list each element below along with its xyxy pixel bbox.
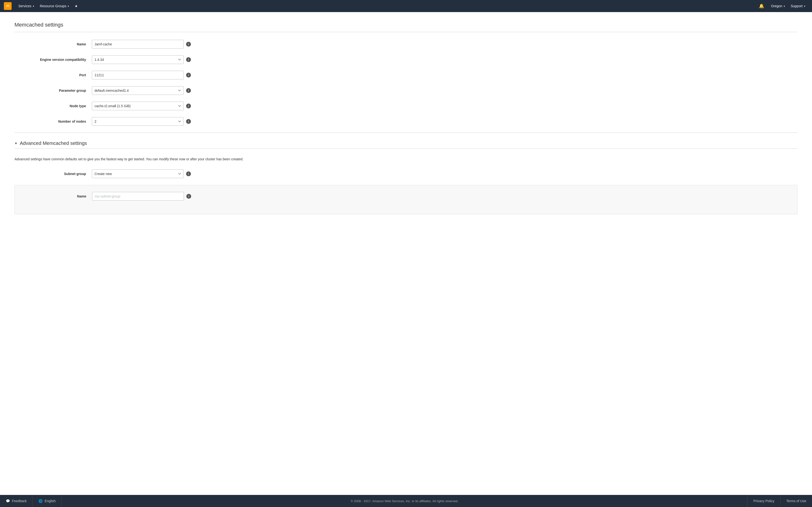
subnet-name-control-wrap: i: [92, 192, 191, 201]
name-input[interactable]: [92, 40, 184, 49]
footer-left: 💬 Feedback 🌐 English: [0, 495, 62, 507]
name-info-icon[interactable]: i: [186, 42, 191, 47]
port-control-wrap: i: [92, 71, 191, 79]
terms-label: Terms of Use: [786, 499, 806, 503]
node-type-control-wrap: cache.t2.small (1.5 GiB) i: [92, 102, 191, 110]
aws-logo[interactable]: [4, 2, 12, 10]
engine-select[interactable]: 1.4.34: [92, 55, 184, 64]
name-row: Name i: [14, 40, 798, 49]
subnet-name-info-icon[interactable]: i: [186, 194, 191, 199]
notifications-button[interactable]: 🔔: [755, 0, 768, 12]
param-label: Parameter group: [14, 89, 92, 93]
services-label: Services: [18, 4, 32, 8]
title-divider: [14, 32, 798, 32]
subnet-name-section: Name i: [14, 185, 798, 214]
advanced-header: ▼ Advanced Memcached settings: [14, 140, 798, 146]
page-title: Memcached settings: [14, 22, 798, 28]
terms-of-use-link[interactable]: Terms of Use: [780, 495, 812, 507]
region-caret: ▾: [784, 5, 785, 7]
param-info-icon[interactable]: i: [186, 88, 191, 93]
services-menu[interactable]: Services ▾: [15, 0, 37, 12]
footer: 💬 Feedback 🌐 English © 2008 - 2017, Amaz…: [0, 495, 812, 507]
bell-icon: 🔔: [759, 3, 764, 9]
chat-icon: 💬: [6, 499, 10, 503]
feedback-button[interactable]: 💬 Feedback: [0, 495, 33, 507]
subnet-label: Subnet group: [14, 172, 92, 176]
privacy-policy-link[interactable]: Privacy Policy: [747, 495, 780, 507]
subnet-info-icon[interactable]: i: [186, 171, 191, 176]
subnet-name-input[interactable]: [92, 192, 184, 201]
support-label: Support: [791, 4, 803, 8]
subnet-select[interactable]: Create new: [92, 169, 184, 178]
footer-copyright: © 2008 - 2017, Amazon Web Services, Inc.…: [62, 499, 747, 503]
navbar-right: Oregon ▾ Support ▾: [768, 0, 808, 12]
port-row: Port i: [14, 71, 798, 79]
region-label: Oregon: [771, 4, 782, 8]
subnet-name-row: Name i: [15, 192, 797, 201]
engine-label: Engine version compatibility: [14, 58, 92, 62]
advanced-collapse-icon[interactable]: ▼: [14, 142, 17, 145]
engine-control-wrap: 1.4.34 i: [92, 55, 191, 64]
favorites-button[interactable]: ★: [72, 0, 81, 12]
footer-right: Privacy Policy Terms of Use: [747, 495, 812, 507]
param-row: Parameter group default.memcached1.4 i: [14, 86, 798, 95]
navbar: Services ▾ Resource Groups ▾ ★ 🔔 Oregon …: [0, 0, 812, 12]
node-type-select[interactable]: cache.t2.small (1.5 GiB): [92, 102, 184, 110]
num-nodes-row: Number of nodes 2 i: [14, 117, 798, 126]
main-content: Memcached settings Name i Engine version…: [0, 12, 812, 495]
param-select[interactable]: default.memcached1.4: [92, 86, 184, 95]
feedback-label: Feedback: [12, 499, 27, 503]
advanced-description: Advanced settings have common defaults s…: [14, 157, 798, 162]
num-nodes-label: Number of nodes: [14, 119, 92, 123]
globe-icon: 🌐: [39, 499, 43, 503]
subnet-name-label: Name: [15, 194, 92, 198]
port-input[interactable]: [92, 71, 184, 79]
subnet-control-wrap: Create new i: [92, 169, 191, 178]
advanced-section: ▼ Advanced Memcached settings Advanced s…: [14, 132, 798, 214]
num-nodes-select[interactable]: 2: [92, 117, 184, 126]
resource-groups-label: Resource Groups: [40, 4, 66, 8]
num-nodes-control-wrap: 2 i: [92, 117, 191, 126]
svg-rect-0: [5, 3, 10, 9]
port-label: Port: [14, 73, 92, 77]
engine-row: Engine version compatibility 1.4.34 i: [14, 55, 798, 64]
advanced-divider: [14, 132, 798, 133]
node-type-info-icon[interactable]: i: [186, 104, 191, 108]
services-caret: ▾: [33, 5, 34, 7]
support-caret: ▾: [804, 5, 805, 7]
advanced-divider2: [14, 149, 798, 149]
language-button[interactable]: 🌐 English: [33, 495, 62, 507]
name-control-wrap: i: [92, 40, 191, 49]
param-control-wrap: default.memcached1.4 i: [92, 86, 191, 95]
resource-groups-menu[interactable]: Resource Groups ▾: [37, 0, 72, 12]
node-type-label: Node type: [14, 104, 92, 108]
language-label: English: [45, 499, 56, 503]
resource-groups-caret: ▾: [68, 5, 69, 7]
region-menu[interactable]: Oregon ▾: [768, 0, 788, 12]
privacy-label: Privacy Policy: [753, 499, 774, 503]
advanced-title: Advanced Memcached settings: [20, 140, 87, 146]
num-nodes-info-icon[interactable]: i: [186, 119, 191, 124]
star-icon: ★: [75, 4, 78, 8]
node-type-row: Node type cache.t2.small (1.5 GiB) i: [14, 102, 798, 110]
engine-info-icon[interactable]: i: [186, 57, 191, 62]
subnet-row: Subnet group Create new i: [14, 169, 798, 178]
port-info-icon[interactable]: i: [186, 73, 191, 77]
support-menu[interactable]: Support ▾: [788, 0, 808, 12]
name-label: Name: [14, 42, 92, 46]
